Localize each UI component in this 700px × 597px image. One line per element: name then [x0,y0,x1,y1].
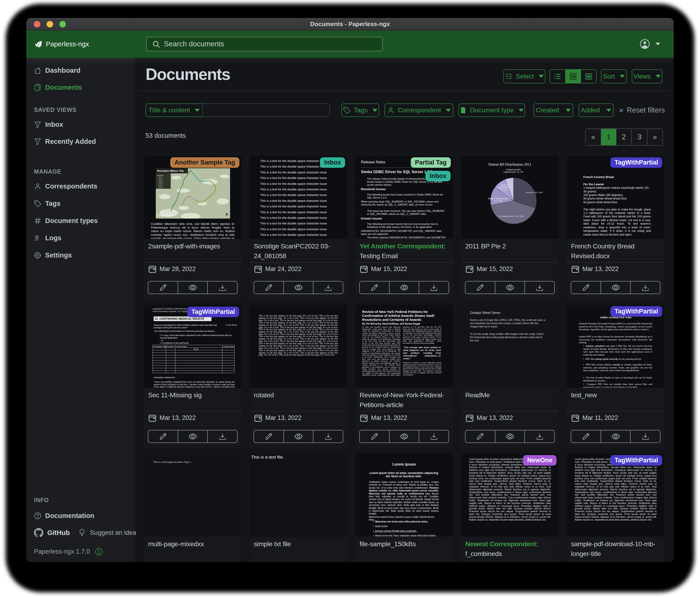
svg-text:Google Earth: Google Earth [156,214,172,217]
svg-text:Day 3: Day 3 [158,182,163,184]
svg-text:Normal, 150, 30%: Normal, 150, 30% [526,191,543,194]
svg-text:Boundary Waters Trip: Boundary Waters Trip [157,169,184,172]
svg-text:Hypertension, 31, 6%: Hypertension, 31, 6% [503,171,524,173]
svg-text:44, 9%: 44, 9% [501,189,507,191]
svg-text:Stage 2: Stage 2 [500,184,508,186]
svg-text:Day 4: Day 4 [158,184,163,186]
svg-text:Day 1: Day 1 [158,177,163,179]
svg-text:Stage 1 Hypertension,: Stage 1 Hypertension, [488,197,508,200]
svg-text:Isolated Systolic: Isolated Systolic [506,168,521,171]
svg-text:Day 2: Day 2 [158,180,163,182]
svg-text:65, 13%: 65, 13% [494,200,502,202]
svg-text:Pre-hypertension, 212, 42%: Pre-hypertension, 212, 42% [498,215,524,217]
svg-text:Day 5: Day 5 [158,187,163,189]
svg-text:Legend: Legend [157,174,163,176]
svg-text:Hypertension,: Hypertension, [498,186,511,189]
